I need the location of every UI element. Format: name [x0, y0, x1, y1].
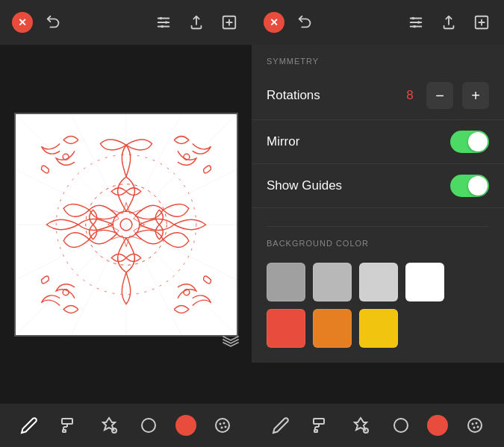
rotations-minus-button[interactable]: −	[426, 82, 453, 109]
layers-icon	[220, 329, 241, 350]
left-panel: ✕	[0, 0, 252, 447]
rotations-value: 8	[402, 88, 417, 103]
mirror-row: Mirror	[252, 120, 504, 164]
show-guides-label: Show Guides	[267, 178, 342, 193]
svg-point-36	[417, 21, 420, 24]
left-close-button[interactable]: ✕	[12, 12, 33, 33]
right-panel: ✕	[252, 0, 504, 447]
left-top-bar-right	[153, 12, 240, 33]
symmetry-panel: SYMMETRY Rotations 8 − + Mirror Show Gui…	[252, 45, 504, 363]
roller-icon	[60, 416, 78, 434]
left-canvas-area[interactable]	[0, 45, 252, 404]
svg-rect-40	[314, 430, 317, 432]
mirror-toggle[interactable]	[450, 131, 489, 153]
show-guides-toggle[interactable]	[450, 175, 489, 197]
circle-outline-icon	[140, 416, 158, 434]
background-color-section: BACKGROUND COLOR	[252, 220, 504, 363]
left-edit-button[interactable]	[219, 12, 240, 33]
bg-color-section-label: BACKGROUND COLOR	[252, 227, 504, 254]
right-undo-button[interactable]	[295, 12, 316, 33]
svg-point-5	[161, 25, 164, 28]
right-export-icon	[441, 14, 457, 31]
right-export-button[interactable]	[438, 12, 459, 33]
pencil-icon	[20, 416, 38, 434]
palette-tool-button[interactable]	[209, 412, 236, 439]
svg-point-46	[477, 426, 479, 428]
sliders-icon	[155, 14, 172, 31]
right-bottom-bar	[252, 404, 504, 447]
right-active-color-button[interactable]	[427, 415, 448, 436]
svg-point-45	[476, 422, 478, 425]
color-swatch-lighter-gray[interactable]	[359, 263, 398, 301]
roller-tool-button[interactable]	[55, 412, 82, 439]
svg-point-44	[472, 423, 474, 425]
svg-rect-39	[314, 419, 324, 424]
edit-icon	[221, 14, 237, 31]
circle-tool-button[interactable]	[135, 412, 162, 439]
left-bottom-bar	[0, 404, 252, 447]
right-adjust-button[interactable]	[405, 12, 426, 33]
color-swatch-orange[interactable]	[313, 309, 352, 348]
drawing-canvas[interactable]	[14, 113, 238, 337]
right-close-button[interactable]: ✕	[264, 12, 284, 33]
svg-point-35	[412, 17, 415, 20]
show-guides-toggle-knob	[468, 176, 488, 196]
color-swatch-red[interactable]	[267, 309, 305, 348]
right-top-bar-right	[405, 12, 492, 33]
show-guides-row: Show Guides	[252, 164, 504, 208]
svg-point-29	[223, 422, 225, 425]
left-undo-button[interactable]	[43, 12, 64, 33]
right-top-bar-left: ✕	[264, 12, 316, 33]
svg-point-31	[221, 427, 223, 429]
left-top-bar: ✕	[0, 0, 252, 45]
svg-point-26	[142, 419, 155, 432]
right-roller-icon	[311, 416, 329, 434]
right-fill-icon	[352, 416, 370, 434]
color-swatch-medium-gray[interactable]	[267, 263, 305, 301]
right-edit-icon	[473, 14, 490, 31]
left-export-button[interactable]	[186, 12, 207, 33]
mirror-toggle-knob	[468, 132, 488, 151]
symmetry-section-label: SYMMETRY	[252, 45, 504, 72]
mandala-drawing	[16, 114, 237, 335]
fill-tool-button[interactable]	[96, 412, 122, 439]
rotations-label: Rotations	[267, 88, 320, 103]
svg-rect-24	[63, 430, 66, 432]
right-circle-tool-button[interactable]	[388, 412, 414, 439]
color-swatch-white[interactable]	[405, 263, 444, 301]
pencil-tool-button[interactable]	[16, 412, 43, 439]
svg-point-42	[394, 419, 408, 432]
export-icon	[188, 14, 205, 31]
rotations-plus-button[interactable]: +	[462, 82, 489, 109]
color-swatches-container	[252, 254, 504, 357]
active-color-button[interactable]	[175, 415, 196, 436]
mirror-label: Mirror	[267, 134, 299, 149]
right-circle-outline-icon	[392, 416, 410, 434]
right-roller-tool-button[interactable]	[307, 412, 334, 439]
undo-icon	[46, 14, 62, 31]
right-pencil-icon	[272, 416, 290, 434]
svg-rect-23	[62, 419, 72, 424]
palette-icon	[214, 416, 231, 434]
svg-point-28	[220, 423, 222, 425]
left-top-bar-left: ✕	[12, 12, 64, 33]
right-fill-tool-button[interactable]	[347, 412, 374, 439]
svg-point-27	[216, 419, 229, 432]
color-swatch-light-gray[interactable]	[313, 263, 352, 301]
color-swatch-yellow[interactable]	[359, 309, 398, 348]
right-pencil-tool-button[interactable]	[267, 412, 294, 439]
right-top-bar: ✕	[252, 0, 504, 45]
svg-point-4	[165, 21, 168, 24]
left-adjust-button[interactable]	[153, 12, 174, 33]
rotations-controls: 8 − +	[402, 82, 489, 109]
layers-button[interactable]	[219, 328, 243, 351]
right-palette-tool-button[interactable]	[461, 412, 488, 439]
svg-point-43	[468, 419, 482, 432]
right-edit-button[interactable]	[471, 12, 492, 33]
right-palette-icon	[466, 416, 484, 434]
right-sliders-icon	[408, 14, 424, 31]
svg-point-37	[413, 25, 416, 28]
right-undo-icon	[297, 14, 314, 31]
svg-point-3	[160, 17, 163, 20]
svg-point-30	[225, 426, 227, 428]
